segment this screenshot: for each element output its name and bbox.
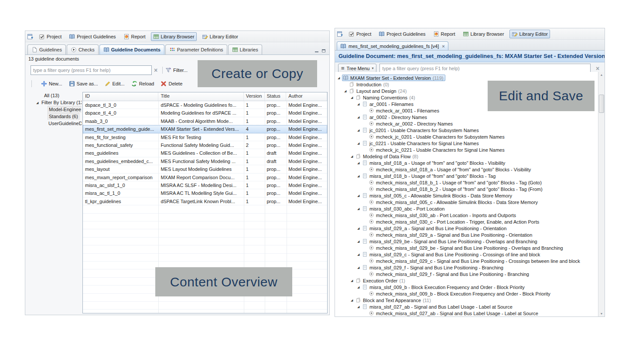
tree-item[interactable]: mcheck_jc_0221 - Usable Characters for S… bbox=[335, 146, 598, 153]
expander-icon[interactable]: ◢ bbox=[357, 142, 362, 145]
expander-icon[interactable]: ◢ bbox=[357, 266, 362, 269]
toolbar-item-report[interactable]: Report bbox=[121, 32, 148, 41]
tree-item[interactable]: ◢misra_slsf_029_be - Signal and Bus Line… bbox=[335, 238, 598, 245]
restore-icon[interactable] bbox=[321, 48, 326, 53]
tree-item[interactable]: mcheck_misra_slsf_029_c - Signal and Bus… bbox=[335, 258, 598, 264]
tree-item[interactable]: ◢jc_0221 - Usable Characters for Signal … bbox=[335, 140, 598, 146]
expander-icon[interactable]: ◢ bbox=[357, 286, 362, 289]
expander-icon[interactable]: ◢ bbox=[357, 174, 362, 178]
table-row[interactable]: misra_ac_tl_1_0MISRA AC TL Modelling Sty… bbox=[83, 189, 327, 197]
tree-item[interactable]: ◢Block and Text Appearance(11) bbox=[335, 297, 598, 303]
sidebar-item-userguidelined[interactable]: UserGuidelineD bbox=[27, 120, 82, 127]
column-header-author[interactable]: Author bbox=[286, 92, 327, 101]
toolbar-item-project[interactable]: Project bbox=[346, 30, 373, 38]
tree-item[interactable]: mcheck_misra_slsf_030_ab - Port Location… bbox=[335, 212, 598, 218]
sidebar-item-standards-6[interactable]: Standards (6) bbox=[27, 113, 82, 120]
sidebar-item-all-13[interactable]: All (13) bbox=[27, 92, 82, 99]
tree-menu-button[interactable]: ≡ Tree Menu ▾ bbox=[338, 64, 376, 73]
table-row[interactable]: mes_layoutMES Layout Modeling Guidelines… bbox=[83, 165, 327, 173]
column-header-version[interactable]: Version bbox=[244, 92, 265, 101]
action-reload[interactable]: Reload bbox=[131, 81, 154, 87]
expander-icon[interactable]: ◢ bbox=[357, 116, 362, 119]
tree-item[interactable]: ◢Modeling of Data Flow(8) bbox=[335, 153, 598, 160]
table-row[interactable]: maab_3_0MAAB - Control Algorithm Mode...… bbox=[83, 117, 327, 125]
tree-item[interactable]: mcheck_misra_slsf_029_a - Signal and Bus… bbox=[335, 231, 598, 238]
tab-guidelines[interactable]: Guidelines bbox=[27, 44, 66, 54]
tree-item[interactable]: ◢misra_slsf_029_a - Signal and Bus Line … bbox=[335, 225, 598, 231]
sidebar-item-filter-by-library-13[interactable]: ◢Filter By Library (13 bbox=[27, 99, 82, 106]
table-row[interactable]: misra_ac_slsf_1_0MISRA AC SLSF - Modelli… bbox=[83, 181, 327, 189]
table-row[interactable]: mes_guidelinesMES Guidelines - Collectio… bbox=[83, 149, 327, 157]
table-row[interactable]: dspace_tl_3_0dSPACE - Modeling Guideline… bbox=[83, 101, 327, 109]
tab-parameter-definitions[interactable]: Parameter Definitions bbox=[165, 44, 227, 54]
expander-icon[interactable]: ◢ bbox=[357, 240, 362, 243]
editor-tab[interactable]: mes_first_set_modeling_guidelines_fs [v4… bbox=[337, 41, 448, 50]
expander-icon[interactable]: ◢ bbox=[357, 227, 362, 230]
filter-query-input[interactable] bbox=[31, 65, 152, 75]
tree-item[interactable]: ◢misra_slsf_018_b - Usage of "from" and … bbox=[335, 173, 598, 179]
tree-item[interactable]: ◢misra_slsf_030_abc - Port Location bbox=[335, 205, 598, 212]
tab-checks[interactable]: Checks bbox=[67, 44, 99, 54]
expander-icon[interactable]: ◢ bbox=[357, 194, 362, 197]
tree-item[interactable]: mcheck_misra_slsf_018_b_2 - Usage of "fr… bbox=[335, 186, 598, 192]
tree-item[interactable]: ◢misra_slsf_029_f - Signal and Bus Line … bbox=[335, 264, 598, 271]
table-row[interactable]: dspace_tl_4_0Modeling Guidelines for dSP… bbox=[83, 109, 327, 117]
toolbar-item-project-guidelines[interactable]: Project Guidelines bbox=[67, 32, 118, 41]
tab-guideline-documents[interactable]: Guideline Documents bbox=[99, 44, 164, 54]
column-header-title[interactable]: Title bbox=[158, 92, 243, 101]
tree-item[interactable]: ◢misra_slsf_018_a - Usage of "from" and … bbox=[335, 160, 598, 166]
expander-icon[interactable]: ◢ bbox=[351, 279, 355, 282]
expander-icon[interactable]: ◢ bbox=[357, 207, 362, 211]
tree-item[interactable]: ◢jc_0201 - Usable Characters for Subsyst… bbox=[335, 127, 598, 133]
scrollbar-thumb[interactable] bbox=[599, 95, 604, 113]
tree-item[interactable]: mcheck_misra_slsf_018_b_1 - Usage of "fr… bbox=[335, 179, 598, 186]
toolbar-item-library-browser[interactable]: Library Browser bbox=[151, 32, 197, 41]
scroll-up-icon[interactable]: ▲ bbox=[598, 73, 605, 76]
column-header-id[interactable]: ID bbox=[83, 92, 158, 101]
tree-item[interactable]: ◢misra_slsf_009_b - Block Execution Freq… bbox=[335, 284, 598, 290]
tree-item[interactable]: mcheck_misra_slsf_029_be - Signal and Bu… bbox=[335, 245, 598, 251]
toolbar-item-library-editor[interactable]: Library Editor bbox=[200, 32, 240, 41]
toolbar-item-project-guidelines[interactable]: Project Guidelines bbox=[376, 30, 427, 38]
tree-item[interactable]: ◢misra_slsf_027_ab - Signal and Bus Labe… bbox=[335, 303, 598, 310]
clear-filter-icon[interactable]: × bbox=[152, 67, 160, 74]
table-row[interactable]: tl_kpr_guidelinesdSPACE TargetLink Known… bbox=[83, 197, 327, 205]
table-row[interactable]: mes_guidelines_embedded_c...MES Function… bbox=[83, 157, 327, 165]
toolbar-item-report[interactable]: Report bbox=[431, 30, 458, 38]
action-delete[interactable]: Delete bbox=[161, 81, 182, 87]
vertical-scrollbar[interactable]: ▲ ▼ bbox=[598, 72, 605, 316]
expander-icon[interactable]: ◢ bbox=[351, 155, 355, 158]
expander-icon[interactable]: ◢ bbox=[357, 253, 362, 256]
tree-item[interactable]: mcheck_misra_slsf_009_b - Block Executio… bbox=[335, 290, 598, 297]
tree-item[interactable]: ◢ar_0002 - Directory Names bbox=[335, 114, 598, 120]
tree-item[interactable]: mcheck_misra_slsf_018_a - Usage of "from… bbox=[335, 166, 598, 173]
expander-icon[interactable]: ◢ bbox=[351, 299, 355, 302]
tree-item[interactable]: mcheck_jc_0201 - Usable Characters for S… bbox=[335, 133, 598, 140]
tree-item[interactable]: ◢misra_slsf_005_c - Allowable Simulink B… bbox=[335, 192, 598, 199]
table-row[interactable]: mes_functional_safetyFunctional Safety M… bbox=[83, 141, 327, 149]
tree-item[interactable]: mcheck_ar_0002 - Directory Names bbox=[335, 120, 598, 127]
tree-item[interactable]: mcheck_misra_slsf_027_ab - Signal and Bu… bbox=[335, 310, 598, 316]
expander-icon[interactable]: ◢ bbox=[357, 305, 362, 309]
tab-libraries[interactable]: Libraries bbox=[228, 44, 262, 54]
close-icon[interactable]: × bbox=[442, 44, 444, 49]
toolbar-item-library-editor[interactable]: Library Editor bbox=[509, 30, 550, 38]
tree-item[interactable]: ◢Execution Order(1) bbox=[335, 277, 598, 284]
table-row[interactable]: mes_mxam_report_comparisonMXAM Report Co… bbox=[83, 173, 327, 181]
expander-icon[interactable]: ◢ bbox=[357, 161, 362, 165]
column-header-status[interactable]: Status bbox=[265, 92, 287, 101]
action-save-as[interactable]: Save as... bbox=[69, 81, 98, 87]
scroll-down-icon[interactable]: ▼ bbox=[598, 312, 605, 315]
action-edit[interactable]: Edit... bbox=[105, 81, 125, 87]
filter-button[interactable]: Filter... bbox=[173, 68, 188, 73]
expander-icon[interactable]: ◢ bbox=[344, 89, 349, 93]
clear-filter-icon[interactable]: × bbox=[594, 65, 601, 72]
tree-item[interactable]: mcheck_misra_slsf_030_c - Port Location … bbox=[335, 218, 598, 225]
expander-icon[interactable]: ◢ bbox=[357, 102, 362, 106]
toolbar-item-project[interactable]: Project bbox=[37, 32, 64, 41]
minimize-icon[interactable] bbox=[314, 48, 319, 53]
tree-item[interactable]: mcheck_misra_slsf_029_f - Signal and Bus… bbox=[335, 271, 598, 277]
expander-icon[interactable]: ◢ bbox=[36, 99, 41, 106]
tree-item[interactable]: mcheck_misra_slsf_005_c - Allowable Simu… bbox=[335, 199, 598, 205]
table-row[interactable]: mes_first_set_modeling_guide...MXAM Star… bbox=[83, 125, 327, 133]
